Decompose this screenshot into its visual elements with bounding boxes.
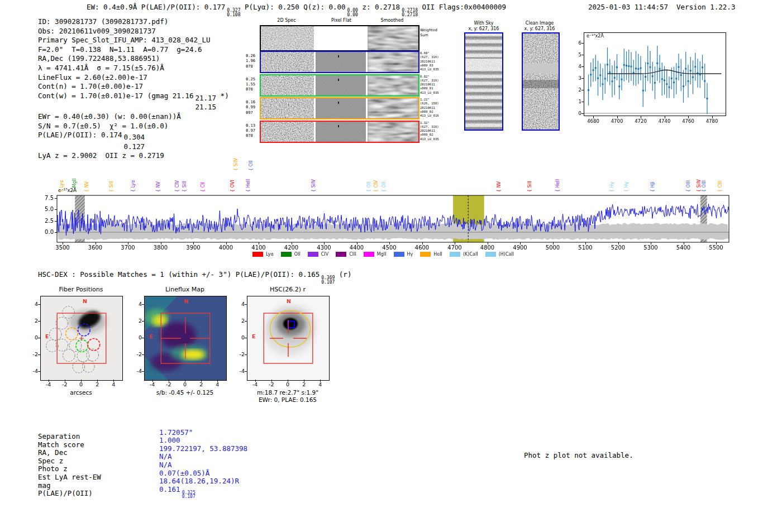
cutout-xtick: 4 bbox=[211, 381, 224, 387]
legend-item-Lyα: Lyα bbox=[252, 252, 274, 257]
weighted-pixel-flat-image bbox=[316, 26, 366, 50]
legend-item-Hγ: Hγ bbox=[394, 252, 413, 257]
zoom-ytick: 4 bbox=[574, 64, 581, 69]
cutout-ytick: -2 bbox=[132, 351, 142, 357]
cutout-ytick: -4 bbox=[28, 368, 38, 374]
match-row-label: Photo z bbox=[38, 464, 68, 473]
clean-image-title: Clean Image x, y: 627, 316 bbox=[514, 21, 565, 32]
cutout-xtick: -2 bbox=[58, 381, 71, 387]
north-label: N bbox=[184, 298, 188, 304]
fiber-row-meta: 0.60"(627, 316)20210611v009_03413_LU_035 bbox=[420, 51, 439, 71]
legend-item-OII: OII bbox=[281, 252, 301, 257]
spectrum-ytick: 5.0 bbox=[42, 206, 54, 212]
spectrum-xtick: 3900 bbox=[182, 245, 204, 251]
spectrum-ytick: 7.5 bbox=[42, 195, 54, 201]
zoom-plot-unit-label: e⁻¹⁷x2Å bbox=[586, 33, 604, 39]
line-marker-SiIV: { SiIV bbox=[311, 179, 316, 192]
legend-item-(H)CaII: (H)CaII bbox=[485, 252, 514, 257]
cutout-ytick: -4 bbox=[235, 368, 245, 374]
match-row-value: 1.72057" bbox=[159, 428, 193, 437]
line-marker-SiIV: { SiIV bbox=[233, 158, 239, 171]
detection-summary-block: ID: 3090281737 (3090281737.pdf)Obs: 2021… bbox=[38, 17, 229, 161]
zoom-xtick: 4700 bbox=[608, 118, 627, 124]
zoom-xtick: 4760 bbox=[679, 118, 698, 124]
cutout-xtick: 2 bbox=[90, 381, 104, 387]
zoom-ytick: 3 bbox=[574, 75, 581, 81]
match-row-label: Separation bbox=[38, 432, 80, 440]
weighted-smoothed-image bbox=[368, 26, 418, 50]
line-marker-CII: { CII bbox=[201, 182, 206, 192]
fiber-row-weights: 0.251.55078 bbox=[246, 77, 255, 93]
line-marker-HeII: { HeII bbox=[246, 179, 251, 192]
report-datetime: 2025-01-03 11:44:57 bbox=[588, 3, 668, 11]
report-version: Version 1.22.3 bbox=[676, 3, 735, 11]
match-row-label: Est LyA rest-EW bbox=[38, 473, 101, 481]
match-row-value: 0.07(±0.05)Å bbox=[159, 469, 209, 477]
line-marker-SiIV: { SiIV bbox=[697, 179, 702, 192]
spectrum-xtick: 5000 bbox=[542, 245, 564, 251]
line-marker-NV: { NV bbox=[156, 181, 161, 192]
lineflux-map-panel: N E bbox=[144, 296, 227, 381]
legend-item-MgII: MgII bbox=[364, 252, 387, 257]
east-label: E bbox=[252, 333, 256, 339]
line-marker-Hγ: { Hγ bbox=[624, 182, 629, 192]
match-row-label: P(LAE)/P(OII) bbox=[38, 489, 93, 497]
spectrum-legend: LyαOIICIVCIIIMgIIHγHeII(K)CaII(H)CaII bbox=[252, 248, 521, 259]
legend-swatch bbox=[281, 252, 292, 257]
spectrum-xtick: 5400 bbox=[673, 245, 695, 251]
cutout-xtick: 2 bbox=[194, 381, 208, 387]
zoom-xtick: 4780 bbox=[703, 118, 722, 124]
legend-item-CIV: CIV bbox=[308, 252, 328, 257]
cutout-xtick: 0 bbox=[74, 381, 88, 387]
cutout-ytick: 2 bbox=[235, 318, 245, 324]
weighted-sum-row bbox=[260, 25, 419, 51]
header-meta: 2025-01-03 11:44:57 Version 1.22.3 bbox=[588, 3, 735, 11]
elixer-report-page: EW: 0.4±0.9Å P(LAE)/P(OII): 0.1770.3270.… bbox=[0, 0, 782, 532]
hsc-xlabel-2: EWr: 0, PLAE: 0.165 bbox=[226, 396, 349, 403]
spectrum-xtick: 3800 bbox=[150, 245, 172, 251]
cutout-xtick: 2 bbox=[297, 381, 311, 387]
legend-swatch bbox=[252, 252, 263, 257]
fiber-2d-row-4 bbox=[260, 121, 419, 143]
legend-item-(K)CaII: (K)CaII bbox=[450, 252, 478, 257]
legend-swatch bbox=[364, 252, 374, 257]
cutout-ytick: 0 bbox=[28, 334, 38, 341]
fiber-row-meta: 1.22"(626, 150)20210611v009_02413_LU_016 bbox=[420, 98, 439, 118]
line-marker-SiII: { SiII bbox=[109, 181, 114, 192]
hsc-cutout-title: HSC(26.2) r bbox=[247, 286, 328, 293]
match-row-label: mag bbox=[38, 481, 51, 490]
line-marker-OII: { OII bbox=[249, 160, 254, 171]
weighted-sum-label: Weighted Sum bbox=[420, 28, 437, 37]
full-spectrum-plot bbox=[56, 194, 730, 243]
cutout-ytick: 2 bbox=[132, 318, 142, 324]
zoom-ytick: 6 bbox=[574, 40, 581, 46]
cutout-ytick: 4 bbox=[235, 301, 245, 307]
line-marker-NV: { NV bbox=[497, 181, 502, 192]
fiber-row-weights: 0.130.97078 bbox=[246, 123, 255, 139]
with-sky-title: With Sky x, y: 627, 316 bbox=[459, 21, 509, 32]
spectrum-xtick: 3700 bbox=[117, 245, 139, 251]
spectrum-xtick: 3600 bbox=[84, 245, 107, 251]
cutout-ytick: 4 bbox=[132, 301, 142, 307]
zoom-ytick: 0 bbox=[574, 111, 581, 116]
zoom-xtick: 4740 bbox=[655, 118, 674, 124]
cutout-ytick: 0 bbox=[132, 334, 142, 341]
weighted-2d-spec-image bbox=[261, 26, 314, 50]
cutout-xtick: -4 bbox=[42, 381, 55, 387]
legend-item-CIII: CIII bbox=[336, 252, 356, 257]
line-marker-Hβ: { Hβ bbox=[650, 181, 655, 192]
line-marker-OIII: { OIII bbox=[686, 180, 691, 192]
line-marker-CIII: { CIII bbox=[718, 181, 723, 192]
east-label: E bbox=[45, 333, 49, 339]
spectrum-xtick: 4000 bbox=[215, 245, 237, 251]
spectrum-ytick: 2.5 bbox=[42, 218, 54, 224]
match-row-label: Spec z bbox=[38, 457, 63, 465]
clean-image bbox=[522, 32, 560, 131]
spectrum-ytick: 0.0 bbox=[42, 229, 54, 235]
cutout-xtick: 4 bbox=[107, 381, 120, 387]
cutout-ytick: -4 bbox=[132, 368, 142, 374]
fiber-row-weights: 0.160.99097 bbox=[246, 100, 255, 116]
spectrum-xtick: 3500 bbox=[51, 245, 74, 251]
line-marker-NV: { NV bbox=[84, 181, 89, 192]
zoom-xtick: 4680 bbox=[584, 118, 603, 124]
